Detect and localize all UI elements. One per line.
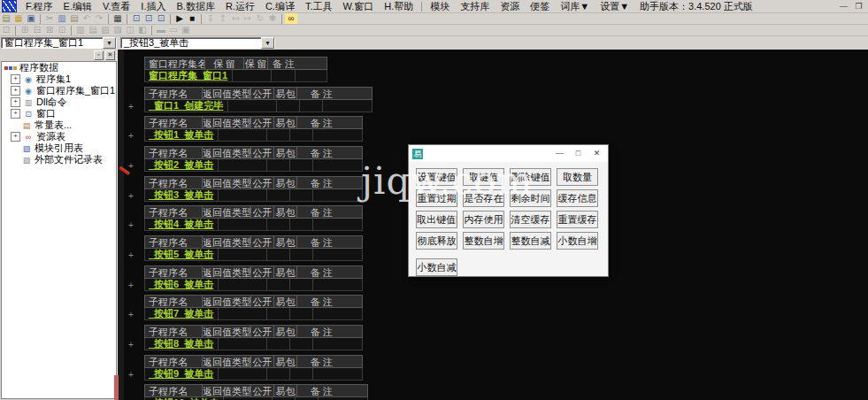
event-combobox[interactable]: _按钮3_被单击 ▼ [120,37,275,49]
dialog-button[interactable]: 整数自减 [510,232,551,250]
window-preview-icon[interactable]: ⊡ [0,25,12,35]
value-cell[interactable] [267,338,290,350]
value-cell[interactable] [267,129,290,141]
menu-item[interactable]: B.数据库 [171,0,219,13]
row-expand-icon[interactable]: + [128,162,134,171]
menu-item[interactable]: 便签 [525,0,555,13]
value-cell[interactable] [219,279,267,290]
align-right-icon[interactable]: ▧ [99,25,111,35]
value-cell[interactable] [219,338,267,350]
dialog-button[interactable]: 彻底释放 [416,232,457,250]
value-cell[interactable] [313,368,362,380]
find-icon[interactable]: ∞ [285,13,297,24]
dialog-button[interactable]: 设置键值 [416,168,457,186]
pause-icon[interactable]: ✱ [266,13,279,24]
subroutine-name[interactable]: _按钮3_被单击 [145,189,219,201]
subroutine-name[interactable]: _按钮7_被单击 [145,308,219,319]
menu-item[interactable]: R.运行 [220,0,260,13]
value-cell[interactable] [313,249,362,260]
redo-icon[interactable]: ↷ [93,13,105,24]
dialog-button[interactable]: 取出键值Ex [416,211,457,228]
subroutine-name[interactable]: _窗口1_创建完毕 [145,100,228,112]
step-into-icon[interactable]: ↧ [204,13,217,24]
subroutine-name[interactable]: _按钮8_被单击 [145,338,219,350]
dialog-button[interactable]: 删除键值 [510,168,551,186]
row-expand-icon[interactable]: + [128,132,134,141]
delete-table-row-icon[interactable]: ⊟ [31,25,43,35]
menu-item[interactable]: 词库▼ [555,0,595,13]
value-cell[interactable] [290,338,313,350]
window-design-icon[interactable]: ⊡ [142,13,155,24]
menu-item[interactable]: 模块 [425,0,455,13]
chevron-down-icon[interactable]: ▼ [261,37,274,49]
same-width-icon[interactable]: ▬ [155,25,167,35]
value-cell[interactable] [272,70,296,81]
subroutine-name[interactable]: _按钮4_被单击 [145,219,219,230]
value-cell[interactable] [323,100,372,112]
menu-item[interactable]: T.工具 [300,0,338,13]
same-size-icon[interactable]: ▣ [180,25,192,35]
value-cell[interactable] [290,249,313,260]
new-file-icon[interactable]: ▤ [0,13,12,24]
dialog-button[interactable]: 缓存信息 [557,189,598,207]
step-out-icon[interactable]: ↤ [229,13,242,24]
menu-item[interactable]: C.编译 [260,0,300,13]
tree-item-dll-command[interactable]: +▥Dll命令 [2,96,116,108]
row-expand-icon[interactable]: + [128,251,134,260]
value-cell[interactable] [313,159,362,171]
menu-item[interactable]: 设置▼ [595,0,634,13]
value-cell[interactable] [219,159,267,171]
paste-icon[interactable]: ▤ [68,13,81,24]
dialog-button[interactable]: 整数自增 [463,232,504,250]
value-cell[interactable] [267,368,290,380]
chevron-down-icon[interactable]: ▼ [103,37,116,49]
subroutine-name[interactable]: 窗口程序集_窗口1 [145,70,233,81]
panel-close-icon[interactable]: ✕ [105,50,115,60]
value-cell[interactable] [219,308,267,319]
value-cell[interactable] [219,219,267,230]
same-height-icon[interactable]: ▭ [167,25,180,35]
row-expand-icon[interactable]: + [128,341,134,350]
minimize-button[interactable]: — [550,147,569,160]
undo-icon[interactable]: ↶ [81,13,93,24]
align-top-icon[interactable]: ▨ [111,25,124,35]
value-cell[interactable] [313,338,362,350]
value-cell[interactable] [267,279,290,290]
save-icon[interactable]: ▣ [25,13,37,24]
table-grid-icon[interactable]: ▦ [111,13,124,24]
value-cell[interactable] [219,249,267,260]
restart-icon[interactable]: ↻ [254,13,266,24]
value-cell[interactable] [267,308,290,319]
value-cell[interactable] [300,100,323,112]
value-cell[interactable] [290,189,313,201]
align-bottom-icon[interactable]: ◧ [136,25,149,35]
value-cell[interactable] [228,100,277,112]
row-expand-icon[interactable]: + [128,103,134,112]
value-cell[interactable] [290,368,313,380]
align-center-icon[interactable]: ▤ [87,25,99,35]
value-cell[interactable] [267,189,290,201]
dialog-button[interactable]: 重置过期 [416,189,457,207]
expand-plus-icon[interactable]: + [11,132,20,142]
value-cell[interactable] [219,189,267,201]
value-cell[interactable] [290,159,313,171]
dialog-button[interactable]: 小数自减 [416,258,457,276]
run-icon[interactable]: ▶ [173,13,186,24]
dialog-button[interactable]: 内存使用 [463,211,504,228]
value-cell[interactable] [267,159,290,171]
open-file-icon[interactable]: ▦ [12,13,25,24]
expand-plus-icon[interactable]: + [11,86,20,96]
stop-icon[interactable]: ■ [186,13,198,24]
menu-item[interactable]: H.帮助 [379,0,419,13]
menu-item[interactable]: I.插入 [135,0,171,13]
row-expand-icon[interactable]: + [128,192,134,201]
value-cell[interactable] [313,219,362,230]
expand-plus-icon[interactable]: + [11,109,20,119]
value-cell[interactable] [219,368,267,380]
value-cell[interactable] [219,129,267,141]
value-cell[interactable] [313,308,362,319]
copy-icon[interactable]: ▥ [56,13,68,24]
menu-item[interactable]: V.查看 [97,0,135,13]
menu-item[interactable]: W.窗口 [337,0,379,13]
value-cell[interactable] [313,129,362,141]
